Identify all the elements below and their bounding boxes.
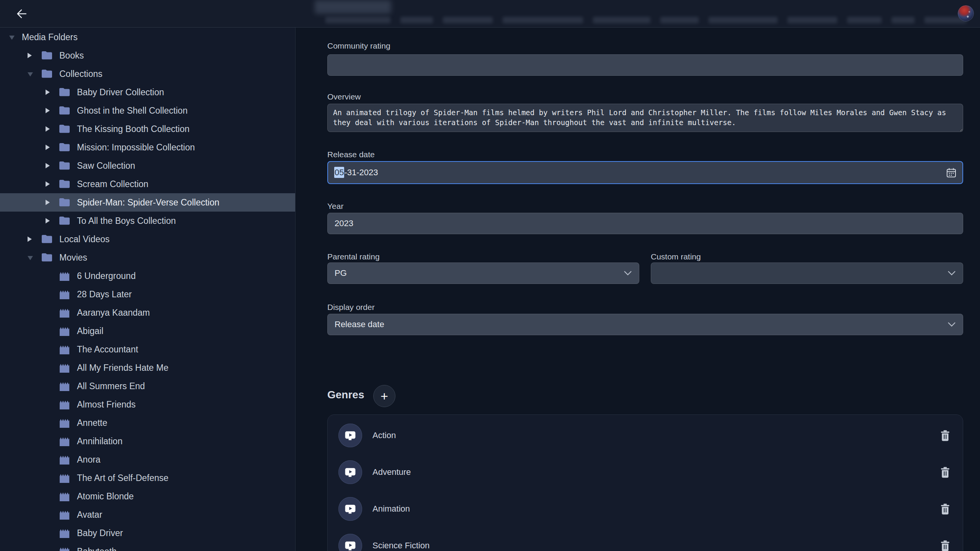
tree-item-annette[interactable]: Annette — [0, 414, 295, 432]
media-folders-sidebar: Media FoldersBooksCollectionsBaby Driver… — [0, 28, 296, 551]
date-segment-rest[interactable]: -31-2023 — [344, 168, 378, 177]
tree-item-anora[interactable]: Anora — [0, 450, 295, 469]
release-date-input[interactable]: 05-31-2023 — [327, 161, 963, 184]
display-order-select[interactable]: Release date — [327, 314, 963, 335]
genre-avatar — [338, 424, 362, 447]
tree-item-label: Ghost in the Shell Collection — [77, 101, 188, 120]
parental-rating-select[interactable]: PG — [327, 262, 639, 284]
tree-item-label: Mission: Impossible Collection — [77, 138, 195, 156]
folder-icon — [59, 216, 70, 225]
delete-genre-button[interactable] — [941, 540, 951, 551]
folder-icon — [41, 69, 53, 78]
tree-item-the-kissing-booth-collection[interactable]: The Kissing Booth Collection — [0, 120, 295, 138]
tree-item-movies[interactable]: Movies — [0, 248, 295, 267]
delete-genre-button[interactable] — [941, 467, 951, 478]
movie-icon — [59, 491, 70, 502]
chevron-collapsed-icon[interactable] — [46, 108, 50, 113]
custom-rating-select[interactable] — [651, 262, 963, 284]
tree-item-the-accountant[interactable]: The Accountant — [0, 340, 295, 359]
tree-item-media-folders[interactable]: Media Folders — [0, 28, 295, 46]
tree-item-babyteeth[interactable]: Babyteeth — [0, 542, 295, 551]
folder-icon — [59, 106, 70, 115]
tree-item-atomic-blonde[interactable]: Atomic Blonde — [0, 487, 295, 505]
tree-item-label: The Art of Self-Defense — [77, 469, 168, 487]
genre-label: Animation — [372, 491, 410, 527]
tree-item-label: All Summers End — [77, 377, 145, 395]
movie-icon — [59, 510, 70, 520]
movie-icon — [59, 399, 70, 410]
movie-icon — [59, 455, 70, 465]
genre-label: Science Fiction — [372, 527, 430, 551]
tree-item-label: Almost Friends — [77, 395, 136, 414]
tree-item-abigail[interactable]: Abigail — [0, 322, 295, 340]
tree-item-books[interactable]: Books — [0, 46, 295, 65]
tree-item-all-summers-end[interactable]: All Summers End — [0, 377, 295, 395]
genre-row-adventure: Adventure — [328, 454, 963, 491]
delete-genre-button[interactable] — [941, 504, 951, 515]
genre-avatar — [338, 534, 362, 551]
add-genre-button[interactable]: + — [373, 385, 395, 407]
tree-item-aaranya-kaandam[interactable]: Aaranya Kaandam — [0, 303, 295, 322]
user-avatar[interactable] — [958, 5, 974, 21]
movie-icon — [59, 436, 70, 447]
tree-item-label: Baby Driver — [77, 524, 123, 542]
tree-item-label: 28 Days Later — [77, 285, 132, 303]
community-rating-input[interactable] — [327, 54, 963, 76]
year-input[interactable] — [327, 213, 963, 234]
tree-item-scream-collection[interactable]: Scream Collection — [0, 175, 295, 193]
tree-item-label: Avatar — [77, 505, 102, 524]
tree-item-label: Local Videos — [59, 230, 109, 248]
tree-item-label: Babyteeth — [77, 542, 117, 551]
movie-icon — [59, 418, 70, 428]
tree-item-collections[interactable]: Collections — [0, 65, 295, 83]
custom-rating-label: Custom rating — [651, 252, 701, 261]
trash-icon — [941, 467, 950, 478]
tree-item-local-videos[interactable]: Local Videos — [0, 230, 295, 248]
smart-display-icon — [345, 467, 356, 478]
tree-item-label: Movies — [59, 248, 87, 267]
date-segment-month-selected[interactable]: 05 — [334, 167, 344, 178]
tree-item-to-all-the-boys-collection[interactable]: To All the Boys Collection — [0, 212, 295, 230]
tree-item-spider-man-spider-verse-collection[interactable]: Spider-Man: Spider-Verse Collection — [0, 193, 295, 212]
chevron-collapsed-icon[interactable] — [46, 200, 50, 205]
overview-label: Overview — [327, 92, 361, 101]
overview-textarea[interactable]: An animated trilogy of Spider-Man films … — [327, 104, 963, 132]
chevron-down-icon — [947, 322, 956, 327]
movie-icon — [59, 308, 70, 318]
tree-item-all-my-friends-hate-me[interactable]: All My Friends Hate Me — [0, 359, 295, 377]
tree-item-annihilation[interactable]: Annihilation — [0, 432, 295, 450]
chevron-collapsed-icon[interactable] — [28, 236, 32, 242]
calendar-picker-button[interactable] — [946, 168, 956, 178]
tree-item-baby-driver[interactable]: Baby Driver — [0, 524, 295, 542]
chevron-collapsed-icon[interactable] — [46, 126, 50, 132]
trash-icon — [941, 430, 950, 441]
movie-icon — [59, 271, 70, 281]
movie-icon — [59, 528, 70, 538]
chevron-expanded-icon[interactable] — [28, 72, 33, 77]
tree-item-ghost-in-the-shell-collection[interactable]: Ghost in the Shell Collection — [0, 101, 295, 120]
chevron-expanded-icon[interactable] — [28, 256, 33, 260]
chevron-expanded-icon[interactable] — [9, 36, 15, 40]
chevron-collapsed-icon[interactable] — [28, 53, 32, 58]
tree-item-mission-impossible-collection[interactable]: Mission: Impossible Collection — [0, 138, 295, 156]
chevron-collapsed-icon[interactable] — [46, 181, 50, 187]
movie-icon — [59, 326, 70, 336]
back-button[interactable] — [13, 5, 30, 22]
tree-item-saw-collection[interactable]: Saw Collection — [0, 156, 295, 175]
chevron-collapsed-icon[interactable] — [46, 145, 50, 150]
chevron-collapsed-icon[interactable] — [46, 163, 50, 168]
tree-item-avatar[interactable]: Avatar — [0, 505, 295, 524]
tree-item-label: Baby Driver Collection — [77, 83, 164, 101]
tree-item-the-art-of-self-defense[interactable]: The Art of Self-Defense — [0, 469, 295, 487]
chevron-collapsed-icon[interactable] — [46, 218, 50, 223]
movie-icon — [59, 363, 70, 373]
tree-item-28-days-later[interactable]: 28 Days Later — [0, 285, 295, 303]
delete-genre-button[interactable] — [941, 430, 951, 442]
chevron-collapsed-icon[interactable] — [46, 90, 50, 95]
tree-item-label: 6 Underground — [77, 267, 136, 285]
release-date-label: Release date — [327, 150, 375, 159]
tree-item-6-underground[interactable]: 6 Underground — [0, 267, 295, 285]
tree-item-baby-driver-collection[interactable]: Baby Driver Collection — [0, 83, 295, 101]
folder-icon — [41, 234, 53, 244]
tree-item-almost-friends[interactable]: Almost Friends — [0, 395, 295, 414]
